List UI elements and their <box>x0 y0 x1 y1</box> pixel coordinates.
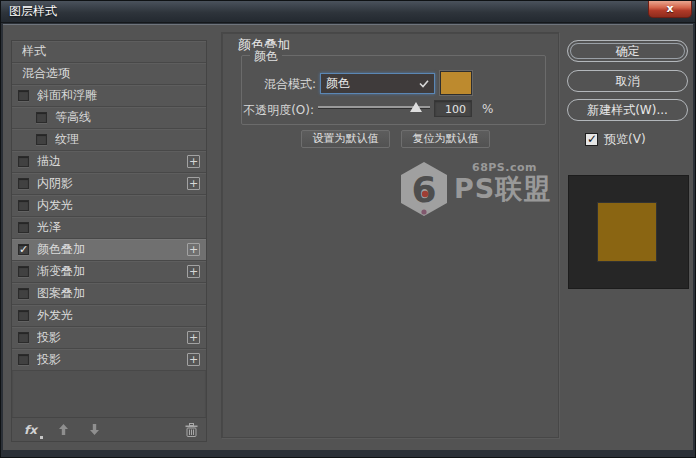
sidebar-item-label: 投影 <box>37 351 187 368</box>
arrow-up-icon <box>59 424 68 435</box>
close-button[interactable]: x <box>648 1 692 18</box>
sidebar-item-label: 纹理 <box>55 131 200 148</box>
effect-checkbox[interactable] <box>18 178 29 189</box>
duplicate-effect-button[interactable]: + <box>187 353 200 366</box>
sidebar-item-label: 内发光 <box>37 197 200 214</box>
sidebar-item-label: 渐变叠加 <box>37 263 187 280</box>
effect-checkbox[interactable] <box>18 354 29 365</box>
preview-checkbox[interactable] <box>585 133 598 146</box>
sidebar-item[interactable]: 描边+ <box>12 151 206 173</box>
sidebar-item[interactable]: 混合选项 <box>12 63 206 85</box>
effect-checkbox[interactable] <box>18 288 29 299</box>
blend-mode-select[interactable]: 颜色 <box>320 73 435 94</box>
percent-label: % <box>482 102 493 116</box>
sidebar-item[interactable]: 外发光 <box>12 305 206 327</box>
duplicate-effect-button[interactable]: + <box>187 177 200 190</box>
sidebar-item-label: 斜面和浮雕 <box>37 87 200 104</box>
effect-checkbox[interactable] <box>18 90 29 101</box>
close-icon: x <box>666 2 673 15</box>
ok-button[interactable]: 确定 <box>567 40 688 62</box>
duplicate-effect-button[interactable]: + <box>187 243 200 256</box>
move-down-button[interactable] <box>90 424 99 435</box>
sidebar-item[interactable]: 内阴影+ <box>12 173 206 195</box>
sidebar-footer: fx <box>12 417 206 441</box>
effect-checkbox[interactable] <box>18 332 29 343</box>
sidebar-item[interactable]: 斜面和浮雕 <box>12 85 206 107</box>
watermark-brand: PS联盟 <box>454 174 551 204</box>
preview-panel <box>568 175 689 289</box>
sidebar-item[interactable]: 投影+ <box>12 349 206 371</box>
sidebar-item-label: 光泽 <box>37 219 200 236</box>
sidebar-item[interactable]: 图案叠加 <box>12 283 206 305</box>
opacity-input[interactable]: 100 <box>434 100 472 117</box>
duplicate-effect-button[interactable]: + <box>187 331 200 344</box>
effect-checkbox[interactable] <box>18 266 29 277</box>
effect-checkbox[interactable] <box>18 310 29 321</box>
dialog-body: 样式混合选项斜面和浮雕等高线纹理描边+内阴影+内发光光泽颜色叠加+渐变叠加+图案… <box>3 24 693 450</box>
effect-checkbox[interactable] <box>18 244 29 255</box>
sidebar-item-label: 等高线 <box>55 109 200 126</box>
move-up-button[interactable] <box>59 424 68 435</box>
style-list: 样式混合选项斜面和浮雕等高线纹理描边+内阴影+内发光光泽颜色叠加+渐变叠加+图案… <box>12 41 206 418</box>
sidebar-item-label: 混合选项 <box>22 65 200 82</box>
blend-color-swatch[interactable] <box>440 71 472 95</box>
sidebar-item[interactable]: 光泽 <box>12 217 206 239</box>
svg-text:6: 6 <box>411 169 436 210</box>
sidebar-item-label: 样式 <box>22 43 200 60</box>
sidebar-item[interactable]: 纹理 <box>12 129 206 151</box>
fx-menu-button[interactable]: fx <box>24 423 37 437</box>
sidebar-item[interactable]: 颜色叠加+ <box>12 239 206 261</box>
effect-checkbox[interactable] <box>18 222 29 233</box>
reset-default-button[interactable]: 复位为默认值 <box>401 130 490 148</box>
sidebar-item-label: 颜色叠加 <box>37 241 187 258</box>
slider-thumb[interactable] <box>410 102 422 112</box>
preview-checkbox-row[interactable]: 预览(V) <box>585 131 646 148</box>
window-title: 图层样式 <box>9 3 57 20</box>
cancel-button[interactable]: 取消 <box>567 70 688 92</box>
opacity-slider[interactable] <box>318 100 430 116</box>
effect-checkbox[interactable] <box>18 200 29 211</box>
opacity-label: 不透明度(O): <box>242 102 314 119</box>
sidebar-item-label: 图案叠加 <box>37 285 200 302</box>
chevron-down-icon <box>419 80 429 88</box>
styles-sidebar: 样式混合选项斜面和浮雕等高线纹理描边+内阴影+内发光光泽颜色叠加+渐变叠加+图案… <box>11 40 207 442</box>
title-bar: 图层样式 <box>1 1 695 23</box>
duplicate-effect-button[interactable]: + <box>187 155 200 168</box>
sidebar-item[interactable]: 投影+ <box>12 327 206 349</box>
watermark-logo-icon: 6 <box>398 161 450 219</box>
blend-mode-label: 混合模式: <box>242 76 316 93</box>
layer-style-dialog: 图层样式 x 样式混合选项斜面和浮雕等高线纹理描边+内阴影+内发光光泽颜色叠加+… <box>0 0 696 458</box>
color-groupbox: 颜色 混合模式: 颜色 不透明度(O): 100 % <box>241 55 546 125</box>
effect-checkbox[interactable] <box>36 112 47 123</box>
sidebar-item[interactable]: 内发光 <box>12 195 206 217</box>
effect-checkbox[interactable] <box>36 134 47 145</box>
sidebar-item[interactable]: 渐变叠加+ <box>12 261 206 283</box>
sidebar-item-label: 投影 <box>37 329 187 346</box>
new-style-button[interactable]: 新建样式(W)... <box>567 99 688 121</box>
arrow-down-icon <box>90 424 99 435</box>
sidebar-item-label: 内阴影 <box>37 175 187 192</box>
preview-swatch <box>598 203 656 261</box>
make-default-button[interactable]: 设置为默认值 <box>301 130 390 148</box>
sidebar-item[interactable]: 样式 <box>12 41 206 63</box>
trash-icon <box>185 423 198 437</box>
duplicate-effect-button[interactable]: + <box>187 265 200 278</box>
sidebar-item[interactable]: 等高线 <box>12 107 206 129</box>
delete-effect-button[interactable] <box>185 423 198 437</box>
group-legend: 颜色 <box>250 48 282 65</box>
sidebar-item-label: 外发光 <box>37 307 200 324</box>
watermark: 6 68PS.com PS联盟 <box>398 161 551 219</box>
blend-mode-value: 颜色 <box>326 75 350 92</box>
preview-label: 预览(V) <box>604 131 646 148</box>
sidebar-item-label: 描边 <box>37 153 187 170</box>
effect-settings-panel: 颜色叠加 颜色 混合模式: 颜色 不透明度(O): 100 % <box>221 32 559 438</box>
effect-checkbox[interactable] <box>18 156 29 167</box>
